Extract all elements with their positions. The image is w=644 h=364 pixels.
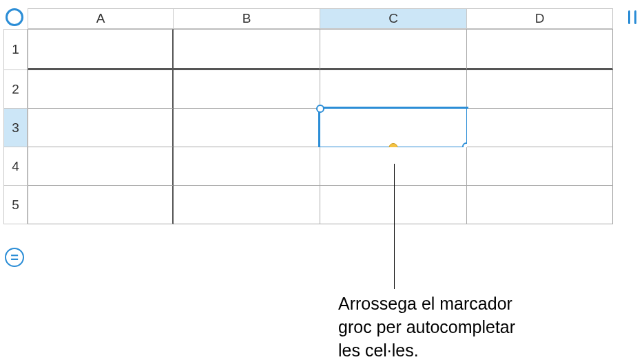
column-header-b[interactable]: B	[174, 8, 320, 29]
callout-line-3: les cel·les.	[338, 341, 419, 360]
cell-b4[interactable]	[174, 147, 320, 186]
cell-c3[interactable]	[320, 109, 467, 147]
cell-a2[interactable]	[28, 70, 174, 109]
column-header-a[interactable]: A	[28, 8, 174, 29]
cell-d3[interactable]	[467, 109, 613, 147]
cell-d5[interactable]	[467, 186, 613, 224]
column-actions-icon[interactable]	[623, 8, 641, 26]
column-header-d[interactable]: D	[467, 8, 613, 29]
row-header-5[interactable]: 5	[3, 186, 28, 224]
column-headers: A B C D	[28, 8, 623, 29]
row-header-3[interactable]: 3	[3, 109, 28, 147]
spreadsheet: A B C D 1 2 3 4 5	[3, 8, 623, 224]
cell-d2[interactable]	[467, 70, 613, 109]
row-header-1[interactable]: 1	[3, 29, 28, 70]
cell-a3[interactable]	[28, 109, 174, 147]
row-headers: 1 2 3 4 5	[3, 29, 28, 224]
cell-b2[interactable]	[174, 70, 320, 109]
callout-text: Arrossega el marcador groc per autocompl…	[338, 292, 515, 362]
equals-icon: =	[10, 250, 19, 266]
cell-a1[interactable]	[28, 29, 174, 70]
row-header-4[interactable]: 4	[3, 147, 28, 186]
cell-c2[interactable]	[320, 70, 467, 109]
cell-c1[interactable]	[320, 29, 467, 70]
cell-a4[interactable]	[28, 147, 174, 186]
grid-cells	[28, 29, 613, 224]
cell-b3[interactable]	[174, 109, 320, 147]
callout-leader-line	[394, 164, 395, 289]
cell-a5[interactable]	[28, 186, 174, 224]
row-header-2[interactable]: 2	[3, 70, 28, 109]
row-actions-button[interactable]: =	[5, 248, 24, 267]
callout-line-1: Arrossega el marcador	[338, 294, 512, 313]
callout-line-2: groc per autocompletar	[338, 317, 515, 336]
cell-b1[interactable]	[174, 29, 320, 70]
cell-selection	[318, 107, 468, 149]
column-header-c[interactable]: C	[320, 8, 467, 29]
cell-b5[interactable]	[174, 186, 320, 224]
cell-d4[interactable]	[467, 147, 613, 186]
cell-d1[interactable]	[467, 29, 613, 70]
